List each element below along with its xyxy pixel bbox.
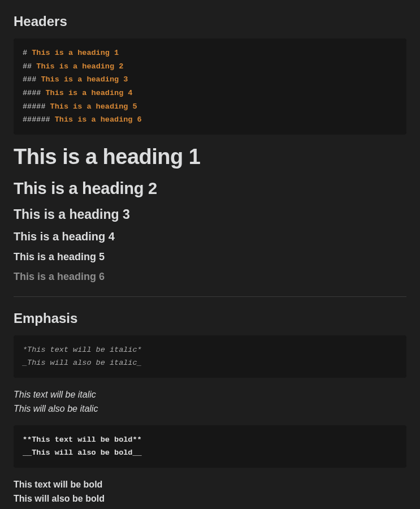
- code-hash: ###: [23, 75, 41, 84]
- code-line: **This text will be bold**: [23, 433, 397, 447]
- code-heading-text: This is a heading 3: [41, 75, 128, 84]
- section-title-emphasis: Emphasis: [14, 310, 406, 326]
- code-line: ## This is a heading 2: [23, 60, 397, 74]
- code-heading-text: This is a heading 6: [55, 115, 142, 124]
- code-line: _This will also be italic_: [23, 356, 397, 370]
- code-heading-text: This is a heading 1: [32, 49, 119, 57]
- code-line: __This will also be bold__: [23, 446, 397, 460]
- code-heading-text: This is a heading 4: [46, 89, 133, 97]
- rendered-bold-block: This text will be bold This will also be…: [14, 478, 406, 506]
- rendered-italic-text: This text will be italic: [14, 388, 406, 402]
- rendered-heading-1: This is a heading 1: [14, 145, 406, 169]
- rendered-bold-text: This will also be bold: [14, 492, 406, 506]
- rendered-heading-2: This is a heading 2: [14, 179, 406, 198]
- code-line: ### This is a heading 3: [23, 73, 397, 87]
- rendered-italic-block: This text will be italic This will also …: [14, 388, 406, 416]
- section-divider: [14, 296, 406, 297]
- code-hash: ##: [23, 62, 36, 71]
- code-hash: #: [23, 49, 32, 57]
- rendered-heading-4: This is a heading 4: [14, 230, 406, 243]
- code-line: *This text will be italic*: [23, 343, 397, 357]
- code-hash: ######: [23, 115, 55, 124]
- code-line: # This is a heading 1: [23, 46, 397, 60]
- code-block-bold: **This text will be bold** __This will a…: [14, 425, 406, 468]
- code-heading-text: This is a heading 2: [36, 62, 123, 71]
- rendered-bold-text: This text will be bold: [14, 478, 406, 492]
- code-heading-text: This is a heading 5: [50, 102, 137, 111]
- rendered-heading-6: This is a heading 6: [14, 271, 406, 283]
- rendered-italic-text: This will also be italic: [14, 402, 406, 416]
- code-hash: #####: [23, 102, 50, 111]
- code-hash: ####: [23, 89, 46, 97]
- section-title-headers: Headers: [14, 14, 406, 29]
- rendered-heading-5: This is a heading 5: [14, 251, 406, 263]
- code-block-headers: # This is a heading 1 ## This is a headi…: [14, 38, 406, 135]
- code-block-italic: *This text will be italic* _This will al…: [14, 335, 406, 378]
- code-line: ##### This is a heading 5: [23, 100, 397, 114]
- code-line: #### This is a heading 4: [23, 87, 397, 100]
- rendered-heading-3: This is a heading 3: [14, 207, 406, 222]
- code-line: ###### This is a heading 6: [23, 113, 397, 127]
